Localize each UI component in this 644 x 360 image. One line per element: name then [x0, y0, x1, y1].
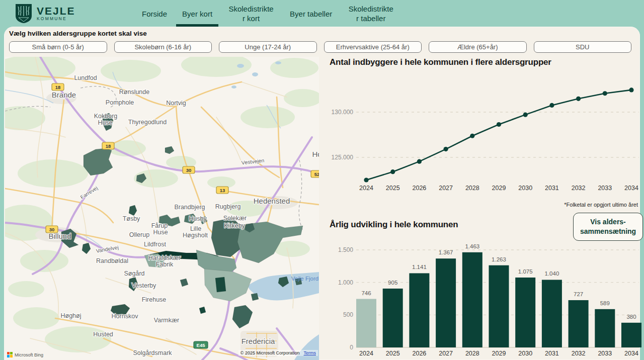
tab-byer-kort[interactable]: Byer kort: [182, 10, 212, 19]
line-xtick-2027: 2027: [439, 185, 453, 192]
map-label-pomphole: Pomphole: [106, 99, 134, 106]
tab-skoledistrikter-kort[interactable]: Skoledistrikter kort: [227, 5, 275, 24]
line-point-2029[interactable]: [497, 122, 501, 127]
map-copyright: © 2025 Microsoft Corporation: [240, 350, 300, 355]
map-label-lundfod: Lundfod: [74, 74, 97, 81]
line-xtick-2028: 2028: [465, 185, 479, 192]
annual-growth-bar-chart: 05001.0001.500746202490520251.14120261.3…: [322, 240, 644, 360]
line-point-2033[interactable]: [603, 91, 607, 96]
bar-2026[interactable]: [409, 273, 429, 347]
svg-text:52: 52: [314, 171, 319, 177]
bar-2030[interactable]: [515, 278, 535, 347]
bar-xtick-2031: 2031: [545, 350, 559, 357]
map-label-solek-r: Solekær: [223, 215, 247, 222]
bar-chart-title: Årlig udvikling i hele kommunen: [330, 220, 458, 230]
terms-link[interactable]: Terms: [304, 350, 316, 355]
map-label-husted: Husted: [93, 331, 113, 338]
line-point-2034[interactable]: [629, 87, 633, 92]
map-label-nortvig: Nortvig: [166, 100, 186, 107]
tab-forside[interactable]: Forside: [142, 10, 167, 19]
map-label-hedensted: Hedensted: [254, 197, 290, 205]
map-label-h-gh-j: Høghøj: [61, 312, 82, 319]
filter-button-erhvervsaktive-25-64-r[interactable]: Erhvervsaktive (25-64 år): [324, 41, 422, 53]
bing-map[interactable]: LundfodBrandeRønslundePompholeNortvigKok…: [5, 57, 319, 360]
vis-alderssammensaetning-button[interactable]: Vis alders- sammensætning: [573, 213, 643, 241]
map-label-r-nslunde: Rønslunde: [119, 88, 149, 96]
route-shield-13: 13: [216, 187, 228, 194]
bar-2029[interactable]: [489, 265, 509, 347]
tab-byer-tabeller[interactable]: Byer tabeller: [290, 10, 332, 19]
route-shield-30: 30: [183, 166, 195, 173]
svg-text:13: 13: [220, 188, 225, 193]
bar-2033[interactable]: [595, 309, 615, 347]
bar-xtick-2027: 2027: [439, 350, 453, 357]
bar-2028[interactable]: [462, 252, 482, 347]
line-point-2032[interactable]: [576, 97, 581, 101]
filter-title: Vælg hvilken aldersgruppe kortet skal vi…: [9, 30, 147, 37]
map-attribution: © 2025 Microsoft Corporation Terms: [238, 350, 318, 356]
line-point-2031[interactable]: [549, 103, 554, 108]
bar-value-2025: 905: [388, 280, 397, 286]
logo-title: VEJLE: [37, 6, 75, 16]
population-line: [366, 90, 631, 180]
map-label-randb-ldal: Randbøldal: [96, 257, 128, 264]
bar-xtick-2028: 2028: [465, 350, 479, 357]
bar-value-2028: 1.463: [465, 243, 479, 249]
bar-2027[interactable]: [436, 258, 456, 347]
map-label-ho: Ho: [312, 150, 319, 158]
map-canvas: LundfodBrandeRønslundePompholeNortvigKok…: [5, 57, 319, 360]
logo-subtitle: KOMMUNE: [37, 16, 75, 21]
vis-button-line1: Vis alders-: [590, 217, 626, 227]
line-point-2026[interactable]: [417, 159, 422, 164]
filter-button-ldre-65-r[interactable]: Ældre (65+år): [429, 41, 527, 53]
bing-logo: Microsoft Bing: [7, 352, 43, 357]
bar-2024[interactable]: [356, 299, 376, 347]
map-label-kirkeby: Kirkeby: [224, 222, 245, 229]
map-label-f-rup: Fårup: [151, 222, 168, 229]
line-chart-footnote: *Folketal er opgjort ultimo året: [493, 202, 638, 208]
bar-value-2033: 589: [600, 300, 610, 306]
filter-button-skoleb-rn-6-16-r[interactable]: Skolebørn (6-16 år): [114, 41, 212, 53]
line-point-2030[interactable]: [523, 113, 528, 117]
map-label-rugbjerg: Rugbjerg: [215, 203, 241, 210]
map-label-kokborg: Kokborg: [94, 113, 118, 120]
bar-2034[interactable]: [621, 323, 641, 347]
bar-2031[interactable]: [542, 280, 562, 347]
bar-xtick-2029: 2029: [492, 350, 506, 357]
bar-value-2032: 727: [574, 291, 583, 297]
bar-xtick-2032: 2032: [572, 350, 586, 357]
route-shield-30: 30: [46, 226, 58, 233]
bar-ytick-1500: 1.500: [338, 246, 353, 253]
line-xtick-2024: 2024: [359, 185, 373, 192]
map-label-s-g-rd: Søgård: [124, 270, 145, 277]
line-point-2027[interactable]: [444, 147, 448, 151]
filter-buttons: Små børn (0-5 år)Skolebørn (6-16 år)Unge…: [9, 41, 631, 53]
filter-button-sdu[interactable]: SDU: [534, 41, 632, 53]
bar-2025[interactable]: [383, 289, 403, 347]
nav-tabs: ForsideByer kortSkoledistrikter kortByer…: [142, 0, 394, 28]
line-xtick-2034: 2034: [624, 185, 638, 192]
tab-skoledistrikter-tabeller[interactable]: Skoledistrikter tabeller: [347, 5, 394, 24]
line-point-2024[interactable]: [364, 177, 368, 182]
map-label-varmk-r: Varmkær: [154, 317, 179, 324]
bar-value-2030: 1.075: [518, 268, 533, 275]
bar-xtick-2026: 2026: [412, 350, 426, 357]
bar-2032[interactable]: [569, 300, 589, 347]
line-xtick-2026: 2026: [412, 185, 426, 192]
bar-value-2024: 746: [361, 290, 371, 296]
map-label-t-sby: Tøsby: [123, 215, 140, 222]
map-label-firehuse: Firehuse: [142, 296, 167, 303]
line-point-2025[interactable]: [390, 169, 395, 174]
line-point-2028[interactable]: [470, 134, 474, 138]
filter-button-unge-17-24-r[interactable]: Unge (17-24 år): [219, 41, 317, 53]
line-ytick-130000: 130.000: [332, 109, 354, 116]
bar-xtick-2034: 2034: [624, 350, 638, 357]
map-label-brandbjerg: Brandbjerg: [174, 204, 205, 211]
bar-value-2029: 1.263: [492, 256, 506, 262]
line-xtick-2030: 2030: [518, 185, 532, 192]
map-label-fredericia: Fredericia: [242, 337, 275, 345]
line-xtick-2033: 2033: [598, 185, 612, 192]
map-label-brande: Brande: [52, 91, 76, 99]
filter-button-sm-b-rn-0-5-r[interactable]: Små børn (0-5 år): [9, 41, 107, 53]
route-shield-e45: E45: [194, 341, 208, 348]
